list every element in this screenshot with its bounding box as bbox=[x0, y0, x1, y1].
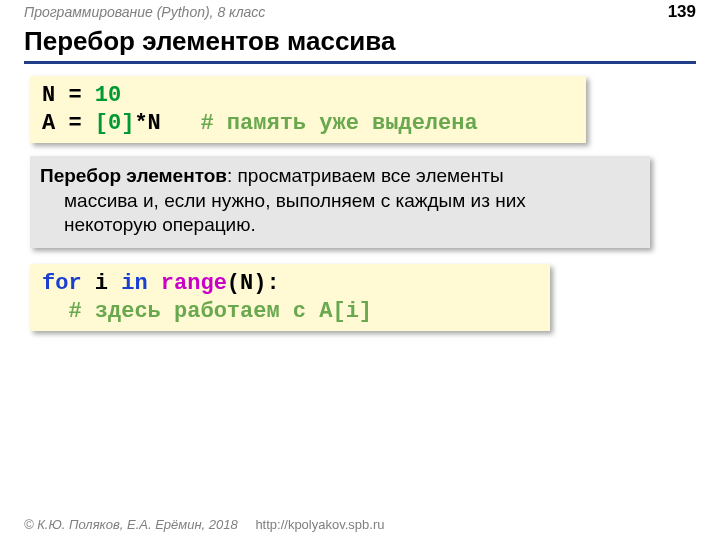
explain-line1: Перебор элементов: просматриваем все эле… bbox=[40, 165, 504, 186]
code-block-init: N = 10 A = [0]*N # память уже выделена bbox=[30, 76, 586, 143]
slide: Программирование (Python), 8 класс 139 П… bbox=[0, 0, 720, 540]
header: Программирование (Python), 8 класс 139 bbox=[0, 0, 720, 24]
slide-title: Перебор элементов массива bbox=[24, 26, 696, 64]
footer-link: http://kpolyakov.spb.ru bbox=[255, 517, 384, 532]
explain-line3: некоторую операцию. bbox=[40, 213, 640, 238]
code-block-loop: for i in range(N): # здесь работаем с A[… bbox=[30, 264, 550, 331]
footer-copyright: © К.Ю. Поляков, Е.А. Ерёмин, 2018 bbox=[24, 517, 238, 532]
explanation-box: Перебор элементов: просматриваем все эле… bbox=[30, 156, 650, 248]
footer: © К.Ю. Поляков, Е.А. Ерёмин, 2018 http:/… bbox=[24, 517, 384, 532]
code-text: for i in range(N): # здесь работаем с A[… bbox=[42, 271, 372, 324]
code-text: N = 10 A = [0]*N # память уже выделена bbox=[42, 83, 478, 136]
explain-line2: массива и, если нужно, выполняем с кажды… bbox=[40, 189, 640, 214]
page-number: 139 bbox=[668, 2, 696, 22]
header-course: Программирование (Python), 8 класс bbox=[24, 4, 265, 20]
